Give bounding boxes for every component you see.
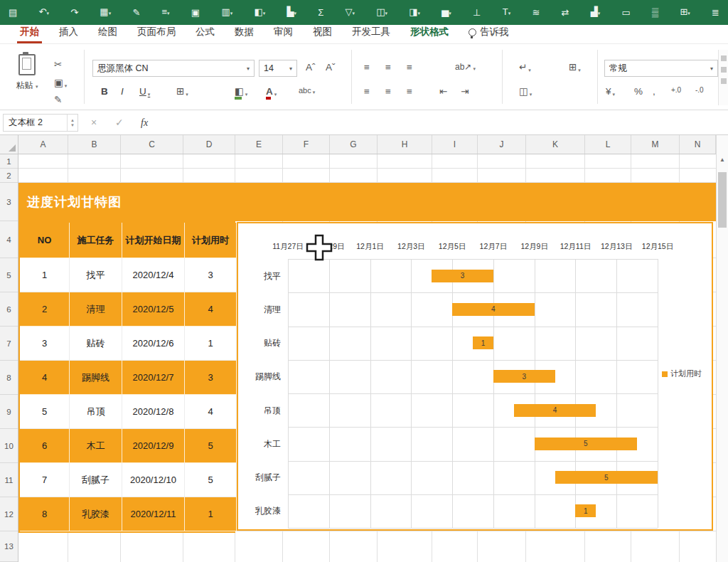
column-header-E[interactable]: E (235, 135, 283, 154)
align-right-icon[interactable]: ≡ (407, 87, 412, 97)
align-top-icon[interactable]: ≡ (364, 63, 370, 73)
increase-font-size-button[interactable]: Aˆ (306, 63, 316, 73)
gantt-bar[interactable]: 1 (473, 336, 493, 349)
column-header-B[interactable]: B (68, 135, 121, 154)
column-header-K[interactable]: K (526, 135, 585, 154)
font-color-button[interactable]: A▾ (266, 87, 277, 97)
copy-icon[interactable]: ▣ (191, 0, 200, 25)
chart-icon[interactable]: ▙▾ (287, 0, 296, 26)
chart-legend[interactable]: 计划用时 (662, 369, 702, 379)
column-header-A[interactable]: A (18, 135, 68, 154)
gantt-bar[interactable]: 1 (575, 504, 596, 517)
borders-button[interactable]: ⊞▾ (176, 87, 188, 97)
tab-page-layout[interactable]: 页面布局 (127, 26, 186, 43)
number-format-select[interactable]: 常规 ▾ (604, 60, 718, 77)
tab-view[interactable]: 视图 (303, 26, 342, 43)
format-painter-icon[interactable]: ✎ (54, 95, 62, 105)
autosum-icon[interactable]: Σ (318, 0, 323, 25)
paste-button[interactable]: 粘贴 ▾ (10, 54, 44, 105)
gantt-bar[interactable]: 4 (452, 303, 535, 316)
row-header-10[interactable]: 10 (0, 429, 18, 463)
row-header-11[interactable]: 11 (0, 463, 18, 497)
merge-center-button[interactable]: ◫▾ (519, 87, 532, 97)
gantt-chart[interactable]: 11月27日11月29日12月1日12月3日12月5日12月7日12月9日12月… (237, 222, 713, 531)
column-header-M[interactable]: M (631, 135, 680, 154)
tab-formulas[interactable]: 公式 (186, 26, 225, 43)
gantt-bar[interactable]: 3 (432, 270, 493, 282)
gantt-bar[interactable]: 4 (514, 404, 596, 417)
row-header-9[interactable]: 9 (0, 395, 18, 429)
bold-button[interactable]: B (101, 87, 108, 97)
table-row[interactable]: 6木工2020/12/95 (20, 429, 234, 463)
increase-decimal-button[interactable]: +.0 (671, 87, 681, 94)
row-header-8[interactable]: 8 (0, 361, 18, 395)
fill-color-button[interactable]: ◧▾ (235, 87, 247, 97)
align-left-icon[interactable]: ≡ (364, 87, 370, 97)
area-chart-icon[interactable]: ▟▾ (591, 0, 601, 26)
underline-button[interactable]: U▾ (139, 87, 150, 97)
cut-icon[interactable]: ✂ (54, 60, 62, 70)
tab-draw[interactable]: 绘图 (88, 26, 127, 43)
font-name-select[interactable]: 思源黑体 CN ▾ (92, 60, 255, 77)
copy-icon[interactable]: ▣▾ (54, 78, 67, 88)
vertical-scrollbar[interactable]: ▲ (716, 135, 728, 562)
insert-function-icon[interactable]: fx (141, 114, 148, 132)
decrease-font-size-button[interactable]: Aˇ (326, 63, 336, 73)
tab-review[interactable]: 审阅 (264, 26, 303, 43)
table-row[interactable]: 1找平2020/12/43 (20, 258, 234, 292)
row-header-5[interactable]: 5 (0, 258, 18, 292)
sheet-cells-area[interactable]: 进度计划甘特图 NO施工任务计划开始日期计划用时1找平2020/12/432清理… (18, 154, 716, 562)
tab-home[interactable]: 开始 (10, 26, 49, 43)
switch-rows-icon[interactable]: ⇄ (562, 0, 569, 25)
name-box[interactable]: 文本框 2 ▲ ▼ (3, 114, 78, 132)
borders-icon[interactable]: ▦▾ (100, 0, 111, 26)
column-header-H[interactable]: H (378, 135, 432, 154)
column-header-G[interactable]: G (330, 135, 378, 154)
italic-button[interactable]: I (121, 87, 124, 97)
table-row[interactable]: 5吊顶2020/12/84 (20, 395, 234, 429)
formula-input[interactable] (165, 110, 728, 134)
table-row[interactable]: 8乳胶漆2020/12/111 (20, 497, 234, 531)
fill-color-icon[interactable]: ◧▾ (254, 0, 265, 26)
tab-data[interactable]: 数据 (225, 26, 264, 43)
tab-insert[interactable]: 插入 (49, 26, 88, 43)
format-as-table-button[interactable]: ⊞▾ (569, 63, 581, 73)
percent-style-button[interactable]: % (634, 87, 643, 97)
column-header-L[interactable]: L (585, 135, 631, 154)
column-header-N[interactable]: N (680, 135, 716, 154)
format-painter-icon[interactable]: ✎ (132, 0, 140, 25)
task-table[interactable]: NO施工任务计划开始日期计划用时1找平2020/12/432清理2020/12/… (18, 221, 235, 533)
table-row[interactable]: 3贴砖2020/12/61 (20, 327, 234, 361)
gantt-bar[interactable]: 5 (555, 471, 658, 484)
row-header-13[interactable]: 13 (0, 531, 18, 562)
merge-cells-icon[interactable]: ◫▾ (376, 0, 387, 26)
insert-cells-icon[interactable]: ⊞▾ (680, 0, 690, 26)
table-row[interactable]: 2清理2020/12/54 (20, 292, 234, 327)
axis-icon[interactable]: ⊥ (473, 0, 481, 25)
paste-icon[interactable]: ▥▾ (221, 0, 232, 26)
table-row[interactable]: 4踢脚线2020/12/73 (20, 361, 234, 395)
tab-tell-me[interactable]: 告诉我 (459, 26, 519, 43)
column-header-J[interactable]: J (478, 135, 526, 154)
gantt-bar[interactable]: 3 (493, 370, 555, 383)
orientation-button[interactable]: ab↗▾ (455, 63, 476, 71)
enter-icon[interactable]: ✓ (115, 114, 124, 132)
align-bottom-icon[interactable]: ≡ (407, 63, 412, 73)
table-row[interactable]: 7刮腻子2020/12/105 (20, 463, 234, 497)
wrap-text-button[interactable]: ↵▾ (519, 63, 531, 73)
text-box-icon[interactable]: T▾ (503, 0, 510, 26)
increase-indent-button[interactable]: ⇥ (461, 87, 469, 97)
redo-icon[interactable]: ↷ (70, 0, 78, 25)
shading-icon[interactable]: ▒ (652, 0, 658, 25)
row-header-7[interactable]: 7 (0, 327, 18, 361)
save-icon[interactable]: ▤ (9, 0, 17, 25)
scrollbar-thumb[interactable] (718, 172, 727, 228)
sparkline-icon[interactable]: ≋ (532, 0, 540, 25)
align-center-icon[interactable]: ≡ (385, 87, 391, 97)
accounting-format-button[interactable]: ¥▾ (606, 87, 615, 97)
scroll-up-icon[interactable]: ▲ (717, 157, 728, 163)
column-header-I[interactable]: I (432, 135, 478, 154)
column-chart-icon[interactable]: ▅▾ (441, 0, 451, 26)
align-middle-icon[interactable]: ≡ (385, 63, 391, 73)
decrease-indent-button[interactable]: ⇤ (439, 87, 447, 97)
